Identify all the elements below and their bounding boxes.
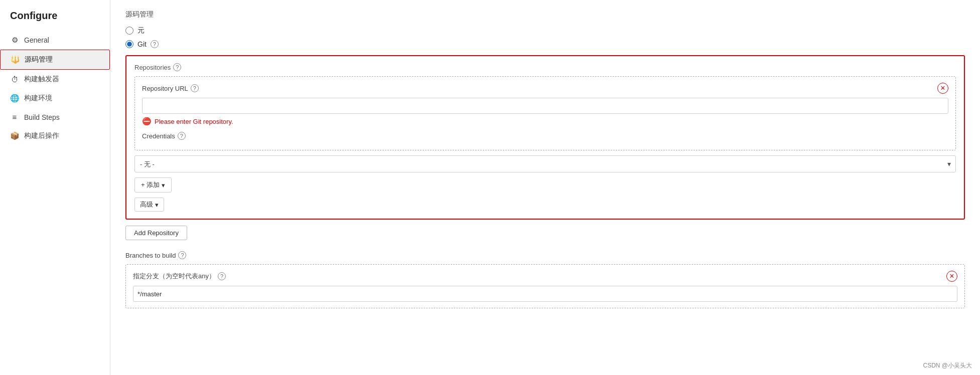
box-icon: 📦 — [10, 131, 19, 140]
dropdown-arrow-icon: ▾ — [162, 181, 165, 189]
credentials-help-icon[interactable]: ? — [178, 132, 186, 140]
repo-url-help-icon[interactable]: ? — [191, 84, 199, 92]
branch-close-button[interactable]: × — [946, 271, 957, 282]
sidebar-title: Configure — [0, 5, 110, 31]
sidebar-item-env-label: 构建环境 — [24, 94, 52, 103]
radio-git-input[interactable] — [125, 40, 133, 48]
sidebar-item-post-label: 构建后操作 — [24, 131, 59, 140]
repo-card-header: Repository URL ? × — [142, 83, 948, 94]
radio-none-input[interactable] — [125, 27, 133, 35]
branches-section: Branches to build ? 指定分支（为空时代表any） ? × — [125, 251, 965, 308]
sidebar-item-general-label: General — [24, 36, 49, 44]
advanced-button[interactable]: 高级 ▾ — [134, 198, 164, 212]
branch-input[interactable] — [133, 286, 957, 302]
repositories-section: Repositories ? Repository URL ? × ⛔ Plea… — [125, 55, 965, 220]
sidebar-item-general[interactable]: ⚙ General — [0, 31, 110, 50]
branches-card-header: 指定分支（为空时代表any） ? × — [133, 271, 957, 282]
sidebar-item-build-env[interactable]: 🌐 构建环境 — [0, 89, 110, 108]
git-help-icon[interactable]: ? — [151, 40, 159, 48]
advanced-chevron-icon: ▾ — [155, 201, 159, 209]
close-icon: × — [940, 84, 945, 93]
radio-git-label: Git — [137, 40, 147, 48]
add-repository-button[interactable]: Add Repository — [125, 226, 187, 240]
sidebar-item-source-mgmt[interactable]: 🔱 源码管理 — [0, 50, 110, 70]
branches-title: Branches to build — [125, 252, 176, 259]
sidebar-item-post-build[interactable]: 📦 构建后操作 — [0, 126, 110, 145]
radio-group: 元 Git ? — [125, 26, 965, 48]
credentials-label: Credentials — [142, 132, 175, 140]
sidebar-item-build-steps[interactable]: ≡ Build Steps — [0, 108, 110, 126]
repositories-help-icon[interactable]: ? — [173, 63, 181, 71]
error-text: Please enter Git repository. — [155, 118, 233, 125]
gear-icon: ⚙ — [10, 36, 19, 45]
radio-none[interactable]: 元 — [125, 26, 965, 35]
branch-help-icon[interactable]: ? — [218, 272, 226, 280]
repositories-header: Repositories ? — [134, 63, 956, 71]
sidebar-item-steps-label: Build Steps — [24, 113, 60, 121]
repo-url-input[interactable] — [142, 98, 948, 114]
clock-icon: ⏱ — [10, 75, 19, 84]
advanced-label: 高级 — [140, 200, 153, 209]
branch-close-icon: × — [949, 272, 954, 281]
branches-header: Branches to build ? — [125, 251, 965, 259]
radio-git[interactable]: Git ? — [125, 40, 965, 48]
credentials-label-wrapper: Credentials ? — [142, 132, 948, 140]
repo-url-label: Repository URL — [142, 85, 188, 92]
sidebar-item-trigger-label: 构建触发器 — [24, 75, 59, 84]
sidebar-item-build-trigger[interactable]: ⏱ 构建触发器 — [0, 70, 110, 89]
source-icon: 🔱 — [11, 55, 20, 64]
repo-close-button[interactable]: × — [937, 83, 948, 94]
branch-label: 指定分支（为空时代表any） — [133, 272, 215, 281]
add-repository-label: Add Repository — [134, 229, 179, 237]
sidebar-item-source-label: 源码管理 — [25, 55, 53, 64]
branch-label-wrapper: 指定分支（为空时代表any） ? — [133, 272, 226, 281]
main-content: 源码管理 元 Git ? Repositories ? Repository U… — [110, 0, 980, 375]
radio-none-label: 元 — [137, 26, 145, 35]
list-icon: ≡ — [10, 113, 19, 121]
repo-card: Repository URL ? × ⛔ Please enter Git re… — [134, 76, 956, 150]
section-title: 源码管理 — [125, 10, 965, 19]
error-icon: ⛔ — [142, 117, 152, 126]
branches-help-icon[interactable]: ? — [178, 251, 186, 259]
watermark: CSDN @小吴头大 — [923, 361, 972, 370]
sidebar: Configure ⚙ General 🔱 源码管理 ⏱ 构建触发器 🌐 构建环… — [0, 0, 110, 375]
globe-icon: 🌐 — [10, 94, 19, 103]
credentials-select-wrapper: - 无 - ▾ — [134, 155, 956, 172]
repositories-title: Repositories — [134, 64, 171, 71]
credentials-select[interactable]: - 无 - — [134, 155, 956, 172]
error-message: ⛔ Please enter Git repository. — [142, 117, 948, 126]
add-credentials-button[interactable]: + 添加 ▾ — [134, 177, 172, 193]
branches-card: 指定分支（为空时代表any） ? × — [125, 264, 965, 308]
add-btn-label: + 添加 — [141, 180, 160, 190]
repo-url-label-wrapper: Repository URL ? — [142, 84, 199, 92]
